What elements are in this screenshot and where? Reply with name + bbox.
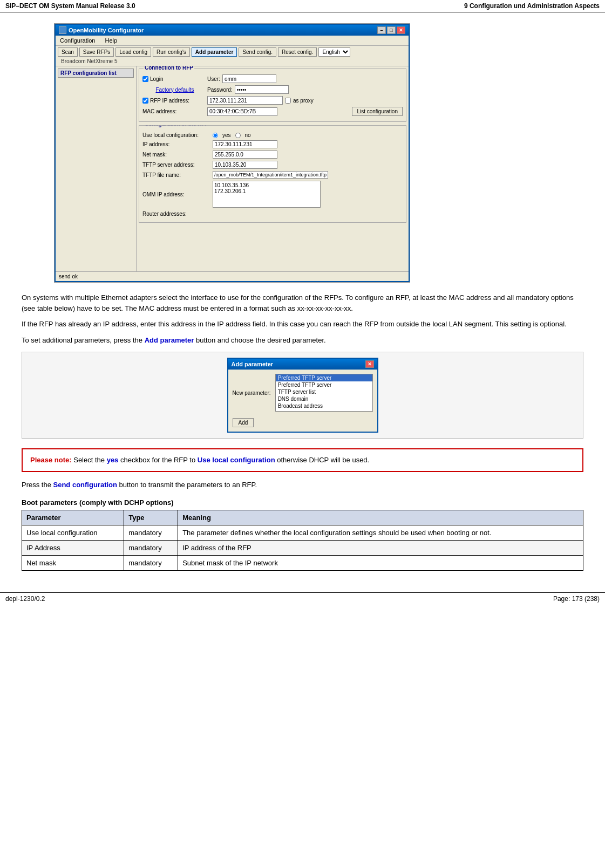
param-option-0[interactable]: Preferred TFTP server <box>276 374 372 381</box>
add-param-controls[interactable]: ✕ <box>365 360 374 368</box>
connection-section: Connection to RFP Login User: <box>139 69 406 122</box>
rfp-ip-input[interactable] <box>207 96 283 105</box>
password-input[interactable] <box>235 85 289 94</box>
rfp-list-panel: RFP configuration list <box>56 66 137 271</box>
user-input[interactable] <box>222 74 276 83</box>
para1: On systems with multiple Ethernet adapte… <box>22 292 583 313</box>
add-param-body: New parameter: Preferred TFTP server Pre… <box>228 370 377 416</box>
window-controls[interactable]: – □ ✕ <box>377 26 405 34</box>
configurator-dialog: OpenMobility Configurator – □ ✕ Configur… <box>55 24 410 282</box>
maximize-button[interactable]: □ <box>387 26 396 34</box>
rfp-ip-checkbox[interactable] <box>142 98 148 104</box>
add-param-title: Add parameter <box>232 361 274 367</box>
param-dropdown[interactable]: Preferred TFTP server Preferred TFTP ser… <box>275 374 373 412</box>
tftp-file-label: TFTP file name: <box>142 172 181 178</box>
col-type: Type <box>124 510 178 525</box>
cell-meaning: The parameter defines whether the local … <box>178 525 583 541</box>
load-config-button[interactable]: Load config <box>115 47 151 57</box>
dialog-titlebar: OpenMobility Configurator – □ ✕ <box>56 25 409 36</box>
rfp-ip-label: RFP IP address: <box>150 98 189 104</box>
no-radio[interactable] <box>235 133 241 138</box>
dialog-title: OpenMobility Configurator <box>69 27 144 33</box>
add-parameter-button[interactable]: Add parameter <box>192 47 237 57</box>
configurator-screenshot: OpenMobility Configurator – □ ✕ Configur… <box>54 23 410 283</box>
send-config-para: Press the Send configuration button to t… <box>22 480 583 490</box>
as-proxy-label: as proxy <box>293 98 314 104</box>
page-footer: depl-1230/0.2 Page: 173 (238) <box>0 592 605 605</box>
cell-parameter: Net mask <box>22 556 124 571</box>
net-mask-value: 255.255.0.0 <box>213 151 277 159</box>
language-select[interactable]: English <box>318 47 350 57</box>
note-yes-highlight: yes <box>107 456 119 464</box>
cell-parameter: Use local configuration <box>22 525 124 541</box>
adapter-label: Broadcom NetXtreme 5 <box>58 58 121 64</box>
save-rfps-button[interactable]: Save RFPs <box>79 47 114 57</box>
yes-label: yes <box>222 132 231 138</box>
run-configs-button[interactable]: Run config's <box>153 47 190 57</box>
body-text-1: On systems with multiple Ethernet adapte… <box>22 292 583 345</box>
header-left: SIP–DECT OM System Manual Release 3.0 <box>5 2 135 10</box>
rfp-config-panel: Connection to RFP Login User: <box>137 66 409 271</box>
param-option-3[interactable]: DNS domain <box>276 395 372 402</box>
menu-configuration[interactable]: Configuration <box>58 37 97 44</box>
cell-meaning: Subnet mask of the IP network <box>178 556 583 571</box>
menu-bar: Configuration Help <box>56 36 409 46</box>
send-suffix: button to transmit the parameters to an … <box>117 481 257 489</box>
omm-ip-value2: 172.30.206.1 <box>214 188 319 194</box>
menu-help[interactable]: Help <box>103 37 119 44</box>
factory-defaults-row: Factory defaults Password: <box>142 85 403 94</box>
add-param-screenshot: Add parameter ✕ New parameter: Preferred… <box>22 352 583 439</box>
note-box: Please note: Select the yes checkbox for… <box>22 448 583 472</box>
net-mask-row: Net mask: 255.255.0.0 <box>142 151 403 159</box>
omm-ip-value1: 10.103.35.136 <box>214 182 319 188</box>
minimize-button[interactable]: – <box>377 26 386 34</box>
page-content: OpenMobility Configurator – □ ✕ Configur… <box>0 12 605 582</box>
list-configuration-button[interactable]: List configuration <box>352 107 403 116</box>
new-param-label: New parameter: <box>233 390 271 396</box>
add-button[interactable]: Add <box>233 418 254 427</box>
send-config-text: Press the Send configuration button to t… <box>22 480 583 490</box>
close-button[interactable]: ✕ <box>397 26 405 34</box>
param-option-2[interactable]: TFTP server list <box>276 388 372 395</box>
yes-radio[interactable] <box>213 133 218 138</box>
footer-left: depl-1230/0.2 <box>5 595 45 603</box>
para3-suffix: button and choose the desired parameter. <box>194 336 325 344</box>
login-row: Login User: <box>142 74 403 83</box>
factory-defaults-link[interactable]: Factory defaults <box>155 87 194 93</box>
as-proxy-checkbox[interactable] <box>285 98 291 104</box>
login-checkbox[interactable] <box>142 76 148 82</box>
header-right: 9 Configuration und Administration Aspec… <box>464 2 600 10</box>
cell-parameter: IP Address <box>22 541 124 556</box>
ip-address-row: IP address: 172.30.111.231 <box>142 140 403 148</box>
col-parameter: Parameter <box>22 510 124 525</box>
connection-header: Connection to RFP <box>144 66 194 71</box>
rfp-config-section: Configuration of the RFP Use local confi… <box>139 125 406 223</box>
reset-config-button[interactable]: Reset config. <box>278 47 317 57</box>
param-option-4[interactable]: Broadcast address <box>276 402 372 409</box>
rfp-list-header: RFP configuration list <box>58 69 134 78</box>
tftp-file-value: /open_mob/TEM/1_Integration/item1_integr… <box>213 171 328 179</box>
table-row: Use local configurationmandatoryThe para… <box>22 525 583 541</box>
cell-meaning: IP address of the RFP <box>178 541 583 556</box>
router-row: Router addresses: <box>142 211 403 217</box>
col-meaning: Meaning <box>178 510 583 525</box>
cell-type: mandatory <box>124 541 178 556</box>
mac-input[interactable] <box>207 107 277 116</box>
para3-prefix: To set additional parameters, press the <box>22 336 145 344</box>
config-rfp-header: Configuration of the RFP <box>144 125 209 127</box>
note-text-mid: checkbox for the RFP to <box>120 456 198 464</box>
router-label: Router addresses: <box>142 211 187 217</box>
tftp-server-row: TFTP server address: 10.103.35.20 <box>142 161 403 169</box>
table-title: Boot parameters (comply with DCHP option… <box>22 498 583 507</box>
dialog-main: RFP configuration list Connection to RFP… <box>56 66 409 271</box>
table-row: Net maskmandatorySubnet mask of the IP n… <box>22 556 583 571</box>
para3: To set additional parameters, press the … <box>22 335 583 346</box>
param-option-1[interactable]: Preferred TFTP server <box>276 381 372 388</box>
status-text: send ok <box>59 274 78 279</box>
send-prefix: Press the <box>22 481 53 489</box>
send-config-button[interactable]: Send config. <box>239 47 276 57</box>
add-param-titlebar: Add parameter ✕ <box>228 359 377 370</box>
add-param-close-button[interactable]: ✕ <box>365 360 374 368</box>
scan-button[interactable]: Scan <box>58 47 78 57</box>
table-row: IP AddressmandatoryIP address of the RFP <box>22 541 583 556</box>
